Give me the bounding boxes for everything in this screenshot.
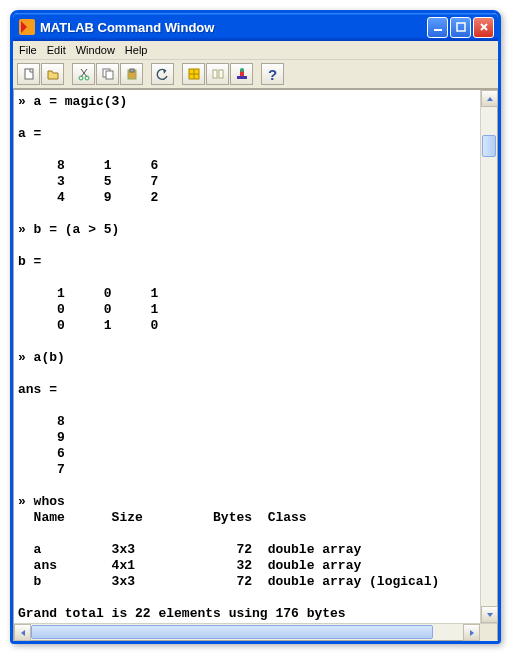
- cut-button[interactable]: [72, 63, 95, 85]
- chevron-down-icon: [486, 611, 494, 619]
- toolbar-separator: [65, 63, 71, 85]
- new-file-button[interactable]: [17, 63, 40, 85]
- menu-help[interactable]: Help: [125, 44, 148, 56]
- svg-rect-18: [237, 76, 247, 79]
- copy-button[interactable]: [96, 63, 119, 85]
- minimize-icon: [433, 22, 443, 32]
- scroll-thumb-vertical[interactable]: [482, 135, 496, 157]
- clipboard-icon: [125, 67, 139, 81]
- vertical-scrollbar[interactable]: [480, 90, 497, 623]
- scroll-right-button[interactable]: [463, 624, 480, 641]
- svg-rect-4: [25, 69, 33, 79]
- menu-window[interactable]: Window: [76, 44, 115, 56]
- menu-file[interactable]: File: [19, 44, 37, 56]
- svg-rect-16: [213, 70, 217, 78]
- svg-rect-10: [106, 71, 113, 79]
- grid-icon: [187, 67, 201, 81]
- toolbar-separator: [254, 63, 260, 85]
- svg-rect-12: [130, 69, 134, 72]
- toolbar: ?: [13, 60, 498, 89]
- new-file-icon: [22, 67, 36, 81]
- maximize-icon: [456, 22, 466, 32]
- svg-rect-1: [457, 23, 465, 31]
- scroll-track-horizontal[interactable]: [31, 624, 463, 640]
- scissors-icon: [77, 67, 91, 81]
- undo-button[interactable]: [151, 63, 174, 85]
- scroll-left-button[interactable]: [14, 624, 31, 641]
- scrollbar-corner: [480, 624, 497, 641]
- window: MATLAB Command Window File Edit Window H…: [10, 10, 501, 644]
- chevron-up-icon: [486, 95, 494, 103]
- close-icon: [479, 22, 489, 32]
- copy-icon: [101, 67, 115, 81]
- minimize-button[interactable]: [427, 17, 448, 38]
- scroll-thumb-horizontal[interactable]: [31, 625, 433, 639]
- help-button[interactable]: ?: [261, 63, 284, 85]
- maximize-button[interactable]: [450, 17, 471, 38]
- svg-marker-24: [470, 630, 474, 636]
- matlab-icon: [19, 19, 35, 35]
- svg-marker-22: [487, 613, 493, 617]
- simulink-button[interactable]: [230, 63, 253, 85]
- content-area: » a = magic(3) a = 8 1 6 3 5 7 4 9 2 » b…: [13, 89, 498, 641]
- command-window-output[interactable]: » a = magic(3) a = 8 1 6 3 5 7 4 9 2 » b…: [14, 90, 497, 640]
- open-folder-icon: [46, 67, 60, 81]
- window-title: MATLAB Command Window: [40, 20, 427, 35]
- svg-marker-23: [21, 630, 25, 636]
- titlebar[interactable]: MATLAB Command Window: [13, 13, 498, 41]
- svg-point-20: [240, 68, 244, 72]
- close-button[interactable]: [473, 17, 494, 38]
- scroll-down-button[interactable]: [481, 606, 498, 623]
- simulink-icon: [235, 67, 249, 81]
- svg-rect-0: [434, 29, 442, 31]
- toolbar-separator: [175, 63, 181, 85]
- chevron-left-icon: [19, 629, 27, 637]
- menu-edit[interactable]: Edit: [47, 44, 66, 56]
- scroll-up-button[interactable]: [481, 90, 498, 107]
- menubar: File Edit Window Help: [13, 41, 498, 60]
- path-icon: [211, 67, 225, 81]
- path-button[interactable]: [206, 63, 229, 85]
- open-file-button[interactable]: [41, 63, 64, 85]
- window-controls: [427, 17, 494, 38]
- horizontal-scrollbar[interactable]: [14, 623, 497, 640]
- workspace-button[interactable]: [182, 63, 205, 85]
- scroll-track-vertical[interactable]: [481, 107, 497, 606]
- undo-icon: [156, 67, 170, 81]
- toolbar-separator: [144, 63, 150, 85]
- svg-marker-21: [487, 97, 493, 101]
- chevron-right-icon: [468, 629, 476, 637]
- svg-rect-17: [219, 70, 223, 78]
- paste-button[interactable]: [120, 63, 143, 85]
